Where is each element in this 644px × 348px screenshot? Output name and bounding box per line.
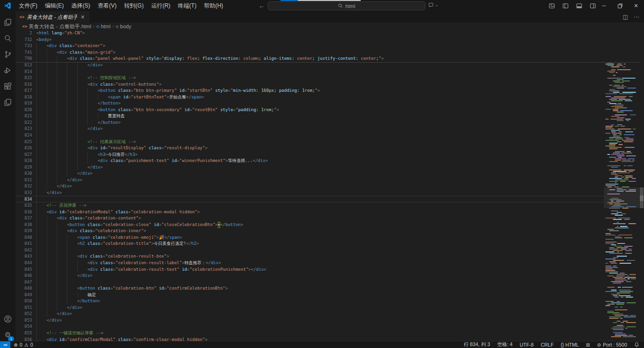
code-line[interactable]: 832</div> — [16, 183, 604, 190]
tab-close-icon[interactable]: ✕ — [81, 14, 85, 20]
menu-item[interactable]: 编辑(E) — [41, 1, 67, 11]
line-number[interactable]: 822 — [16, 120, 32, 126]
breadcrumb-item[interactable]: ◇body — [116, 24, 131, 29]
menu-item[interactable]: 运行(R) — [148, 1, 174, 11]
line-number[interactable]: 853 — [16, 317, 32, 324]
code-line[interactable]: 848<button class="celebration-btn" id="c… — [16, 285, 604, 292]
code-line[interactable]: 790<div class="panel wheel-panel" style=… — [16, 56, 639, 62]
line-number[interactable]: 856 — [16, 337, 32, 341]
problems-warnings[interactable]: ⚠0 — [24, 342, 33, 348]
code-line[interactable]: 733<div class="container"> — [16, 43, 639, 49]
code-line[interactable]: 829</div> — [16, 164, 604, 171]
line-number[interactable]: 839 — [16, 228, 32, 235]
menu-item[interactable]: 帮助(H) — [201, 1, 227, 11]
statusbar-grid-indicator[interactable]: ⊞ — [586, 342, 590, 348]
line-number[interactable]: 850 — [16, 298, 32, 305]
code-line[interactable]: 839<div class="celebration-inner"> — [16, 228, 604, 235]
line-number[interactable]: 848 — [16, 285, 32, 292]
code-line[interactable]: 822</button> — [16, 120, 604, 126]
explorer-icon[interactable] — [0, 15, 16, 29]
code-line[interactable]: 847 — [16, 279, 604, 286]
code-line[interactable]: 831</div> — [16, 177, 604, 184]
code-line[interactable]: 830</div> — [16, 170, 604, 177]
line-number[interactable]: 825 — [16, 139, 32, 146]
source-control-icon[interactable] — [0, 47, 16, 61]
line-number[interactable]: 840 — [16, 235, 32, 241]
restore-button[interactable] — [612, 0, 628, 11]
code-line[interactable]: 846</div> — [16, 273, 604, 279]
problems-errors[interactable]: ⊗0 — [14, 342, 22, 348]
statusbar-language-mode[interactable]: {} HTML — [561, 342, 579, 348]
line-number[interactable]: 843 — [16, 253, 32, 260]
live-preview-icon[interactable] — [0, 95, 16, 109]
code-line[interactable]: 2<html lang="zh-CN"> — [16, 30, 639, 37]
statusbar-cursor-position[interactable]: 行 834, 列 3 — [463, 341, 490, 348]
line-number[interactable]: 824 — [16, 132, 32, 139]
line-number[interactable]: 823 — [16, 126, 32, 132]
menu-item[interactable]: 文件(F) — [16, 1, 41, 11]
chevron-down-icon[interactable]: ⌄ — [435, 3, 438, 7]
line-number[interactable]: 816 — [16, 81, 32, 88]
code-line[interactable]: 819</button> — [16, 100, 604, 107]
code-line[interactable]: 852</div> — [16, 311, 604, 317]
line-number[interactable]: 851 — [16, 305, 32, 311]
code-line[interactable]: 842 — [16, 247, 604, 254]
line-number[interactable]: 834 — [16, 196, 32, 202]
line-number[interactable]: 846 — [16, 273, 32, 279]
code-line[interactable]: 828<div class="punishment-text" id="winn… — [16, 158, 604, 164]
settings-gear-icon[interactable]: ⚙ 1 — [0, 328, 16, 342]
line-number[interactable]: 842 — [16, 247, 32, 254]
statusbar-eol[interactable]: CRLF — [541, 342, 553, 348]
line-number[interactable]: 835 — [16, 202, 32, 209]
nav-back-icon[interactable]: ← — [258, 2, 264, 9]
breadcrumb-item[interactable]: <>美食大转盘 - 点餐助手.html — [22, 23, 91, 30]
code-line[interactable]: 833</div> — [16, 190, 604, 196]
line-number[interactable]: 830 — [16, 170, 32, 177]
code-line[interactable]: 851</div> — [16, 305, 604, 311]
line-number[interactable]: 2 — [16, 30, 32, 37]
statusbar-live-server-port[interactable]: ⊘Port : 5500 — [597, 342, 627, 348]
scrollbar-slider[interactable] — [640, 187, 644, 208]
menu-item[interactable]: 转到(G) — [121, 1, 147, 11]
line-number[interactable]: 841 — [16, 241, 32, 247]
line-number[interactable]: 828 — [16, 158, 32, 164]
code-line[interactable]: 837<div class="celebration-content"> — [16, 215, 604, 222]
line-number[interactable]: 831 — [16, 177, 32, 184]
minimap[interactable] — [604, 30, 638, 341]
line-number[interactable]: 821 — [16, 113, 32, 120]
code-line-current[interactable]: 834 — [16, 196, 604, 202]
search-view-icon[interactable] — [0, 31, 16, 45]
code-line[interactable]: 840<span class="celebration-emoji">🎉</sp… — [16, 235, 604, 241]
code-line[interactable]: 821重置转盘 — [16, 113, 604, 120]
code-line[interactable]: 820<button class="btn btn-secondary" id=… — [16, 107, 604, 113]
menu-item[interactable]: 终端(T) — [174, 1, 199, 11]
code-line[interactable]: 813</div> — [16, 62, 604, 69]
breadcrumb-item[interactable]: ◇html — [96, 24, 110, 29]
more-actions-icon[interactable]: ⋯ — [634, 14, 639, 20]
menu-item[interactable]: 查看(V) — [94, 1, 120, 11]
code-line[interactable]: 853</div> — [16, 317, 604, 324]
minimap-slider[interactable] — [604, 187, 639, 208]
extensions-icon[interactable] — [0, 79, 16, 93]
line-number[interactable]: 847 — [16, 279, 32, 286]
line-number[interactable]: 815 — [16, 75, 32, 81]
line-number[interactable]: 837 — [16, 215, 32, 222]
code-line[interactable]: 817<button class="btn btn-primary" id="s… — [16, 88, 604, 94]
code-line[interactable]: 856<div id="confirmClearModal" class="co… — [16, 337, 604, 341]
line-number[interactable]: 827 — [16, 152, 32, 158]
tab-active[interactable]: <> 美食大转盘 - 点餐助手.html ✕ — [16, 11, 89, 23]
line-number[interactable]: 833 — [16, 190, 32, 196]
code-line[interactable]: 814 — [16, 69, 604, 75]
line-number[interactable]: 832 — [16, 183, 32, 190]
toggle-secondary-sidebar-icon[interactable] — [590, 3, 596, 9]
code-line[interactable]: 835<!-- 庆祝弹窗 --> — [16, 202, 604, 209]
scrollbar-track[interactable] — [639, 30, 644, 341]
code-line[interactable]: 836<div id="celebrationModal" class="cel… — [16, 209, 604, 216]
toggle-panel-icon[interactable] — [576, 3, 582, 9]
code-line[interactable]: 823</div> — [16, 126, 604, 132]
code-line[interactable]: 841<h2 class="celebration-title">今日美食已选定… — [16, 241, 604, 247]
line-number[interactable]: 819 — [16, 100, 32, 107]
line-number[interactable]: 854 — [16, 324, 32, 330]
line-number[interactable]: 838 — [16, 222, 32, 228]
line-number[interactable]: 732 — [16, 37, 32, 43]
